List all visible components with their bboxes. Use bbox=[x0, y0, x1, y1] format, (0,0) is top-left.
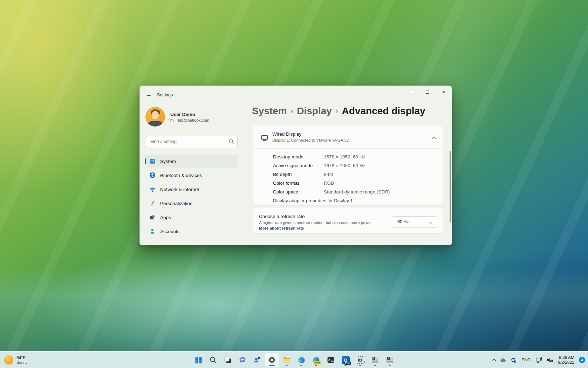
task-view-icon bbox=[224, 356, 232, 364]
breadcrumb-system[interactable]: System bbox=[252, 105, 287, 117]
running-indicator bbox=[315, 365, 317, 366]
running-indicator bbox=[389, 365, 391, 366]
terminal-icon bbox=[327, 356, 335, 364]
account-name: User Demo bbox=[170, 112, 195, 117]
start-button[interactable] bbox=[192, 353, 205, 367]
folder-icon bbox=[282, 356, 291, 364]
row-value: RGB bbox=[324, 180, 334, 186]
row-label: Active signal mode bbox=[273, 163, 324, 168]
wired-display-title: Wired Display bbox=[272, 131, 301, 137]
sidebar-item-bluetooth-devices[interactable]: Bluetooth & devices bbox=[145, 169, 238, 182]
refresh-rate-card: Choose a refresh rate A higher rate give… bbox=[253, 208, 443, 233]
wifi-icon bbox=[149, 186, 156, 192]
file-explorer-button[interactable] bbox=[280, 353, 293, 367]
chevron-down-icon bbox=[429, 220, 433, 224]
sidebar-item-label: Network & internet bbox=[160, 187, 199, 192]
info-row-color-space: Color space Standard dynamic range (SDR) bbox=[273, 188, 443, 196]
display-info-rows: Desktop mode 1678 × 1050, 60 Hz Active s… bbox=[253, 149, 443, 196]
notification-badge[interactable]: 4 bbox=[579, 357, 585, 363]
close-icon[interactable]: × bbox=[436, 86, 452, 98]
sidebar-item-system[interactable]: System bbox=[145, 155, 238, 168]
display-adapter-properties-link[interactable]: Display adapter properties for Display 1 bbox=[273, 198, 353, 203]
sidebar-item-apps[interactable]: Apps bbox=[145, 211, 238, 224]
device-app-2-button[interactable] bbox=[383, 353, 396, 367]
breadcrumb-display[interactable]: Display bbox=[297, 105, 332, 117]
language-indicator[interactable]: ENG bbox=[518, 353, 534, 367]
refresh-rate-subtitle: A higher rate gives smoother motion, but… bbox=[259, 220, 372, 225]
search-icon[interactable] bbox=[229, 139, 234, 144]
tray-time: 8:38 AM bbox=[558, 355, 574, 360]
sun-icon bbox=[4, 355, 13, 364]
system-icon bbox=[149, 158, 156, 164]
back-icon[interactable]: ← bbox=[143, 90, 155, 99]
chat-button[interactable] bbox=[236, 353, 249, 367]
scrollbar[interactable] bbox=[450, 151, 451, 222]
search-input[interactable] bbox=[146, 139, 229, 144]
snipping-tool-button[interactable]: + bbox=[354, 353, 367, 367]
monitor-icon bbox=[261, 135, 268, 143]
people-button[interactable] bbox=[251, 353, 264, 367]
refresh-rate-dropdown[interactable]: 60 Hz bbox=[392, 216, 437, 227]
row-value: 8-bit bbox=[324, 172, 333, 177]
refresh-rate-value: 60 Hz bbox=[392, 219, 430, 224]
chevron-up-icon bbox=[492, 357, 497, 362]
sidebar-item-label: Personalization bbox=[160, 201, 192, 206]
outlook-button[interactable]: O PRE bbox=[339, 353, 352, 367]
search-box bbox=[146, 136, 238, 147]
wired-display-card: Wired Display Display 1: Connected to VM… bbox=[253, 126, 443, 205]
terminal-button[interactable] bbox=[324, 353, 337, 367]
show-hidden-icons-button[interactable] bbox=[490, 353, 498, 367]
sidebar-item-label: Apps bbox=[160, 215, 171, 220]
volume-muted-button[interactable] bbox=[545, 353, 555, 367]
wired-display-header[interactable]: Wired Display Display 1: Connected to VM… bbox=[253, 126, 443, 149]
wired-display-subtitle: Display 1: Connected to VMware SVGA 3D bbox=[272, 138, 349, 142]
sidebar-item-label: Bluetooth & devices bbox=[160, 173, 202, 178]
info-row-active-signal-mode: Active signal mode 1678 × 1050, 60 Hz bbox=[273, 161, 443, 170]
row-label: Desktop mode bbox=[273, 154, 324, 159]
maximize-icon[interactable] bbox=[419, 86, 436, 98]
avatar[interactable] bbox=[145, 107, 165, 127]
row-value: Standard dynamic range (SDR) bbox=[324, 189, 390, 195]
onedrive-tray-button[interactable] bbox=[498, 353, 508, 367]
outlook-pre-badge: PRE bbox=[344, 362, 350, 365]
network-icon bbox=[535, 357, 543, 363]
task-view-button[interactable] bbox=[221, 353, 234, 367]
person-icon bbox=[149, 228, 156, 234]
taskbar-search-button[interactable] bbox=[206, 353, 220, 367]
row-label: Color format bbox=[273, 180, 324, 186]
chevron-up-icon[interactable] bbox=[432, 136, 435, 141]
edge-canary-button[interactable]: CAN bbox=[309, 353, 323, 367]
row-label: Bit depth bbox=[273, 172, 324, 177]
info-row-bit-depth: Bit depth 8-bit bbox=[273, 170, 443, 179]
tray-date: 9/2/2022 bbox=[558, 360, 574, 365]
brush-icon bbox=[149, 200, 156, 206]
sidebar-item-label: Accounts bbox=[160, 229, 180, 234]
info-row-desktop-mode: Desktop mode 1678 × 1050, 60 Hz bbox=[273, 152, 443, 161]
sidebar-item-network-internet[interactable]: Network & internet bbox=[145, 183, 238, 196]
sidebar-nav: System Bluetooth & devices Network & int… bbox=[145, 155, 238, 239]
account-email: m__lab@outlook.com bbox=[170, 118, 209, 122]
minimize-icon[interactable] bbox=[403, 86, 419, 98]
clock[interactable]: 8:38 AM 9/2/2022 bbox=[555, 355, 577, 365]
running-indicator bbox=[374, 365, 376, 366]
running-indicator bbox=[286, 365, 288, 366]
running-indicator bbox=[300, 365, 302, 366]
weather-temp: 64°F bbox=[16, 355, 27, 360]
weather-widget[interactable]: 64°F Sunny bbox=[4, 352, 27, 368]
sidebar-item-accounts[interactable]: Accounts bbox=[145, 225, 238, 238]
row-value: 1678 × 1050, 60 Hz bbox=[324, 163, 365, 168]
search-icon bbox=[209, 356, 217, 364]
network-tray-button[interactable] bbox=[534, 353, 545, 367]
page-title: Advanced display bbox=[342, 105, 425, 117]
sidebar-item-personalization[interactable]: Personalization bbox=[145, 197, 238, 210]
edge-button[interactable] bbox=[295, 353, 308, 367]
running-indicator bbox=[344, 365, 347, 366]
update-tray-button[interactable] bbox=[508, 353, 518, 367]
settings-app-button[interactable] bbox=[265, 353, 279, 367]
taskbar: 64°F Sunny bbox=[0, 351, 588, 368]
device-icon bbox=[385, 356, 394, 364]
outlook-icon: O PRE bbox=[342, 356, 350, 364]
device-app-button[interactable] bbox=[368, 353, 382, 367]
more-about-refresh-rate-link[interactable]: More about refresh rate bbox=[259, 226, 304, 230]
info-row-color-format: Color format RGB bbox=[273, 179, 443, 188]
